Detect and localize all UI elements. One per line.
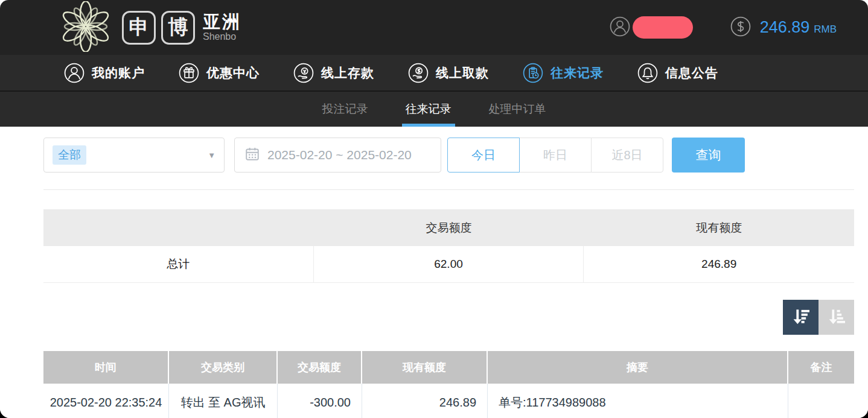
logo-char-bo: 博	[161, 11, 195, 45]
range-button-last8days[interactable]: 近8日	[591, 138, 663, 173]
record-balance: 246.89	[362, 384, 488, 418]
record-time: 2025-02-20 22:35:24	[43, 384, 169, 418]
nav-item-promotions[interactable]: 优惠中心	[179, 63, 260, 83]
gift-icon	[179, 63, 199, 83]
summary-total-row: 总计 62.00 246.89	[43, 246, 854, 283]
calendar-icon	[244, 146, 260, 164]
records-header-summary: 摘要	[488, 351, 788, 384]
nav-item-deposit[interactable]: 线上存款	[293, 63, 374, 83]
user-icon	[64, 63, 85, 83]
record-note	[788, 384, 854, 418]
table-row: 2025-02-20 22:35:24 转出 至 AG视讯 -300.00 24…	[43, 384, 854, 418]
records-header-type: 交易类别	[169, 351, 278, 384]
sort-controls	[43, 300, 854, 335]
summary-header-empty	[43, 209, 314, 246]
records-table: 时间 交易类别 交易额度 现有额度 摘要 备注 2025-02-20 22:35…	[43, 351, 854, 418]
username-redacted-pill[interactable]	[633, 16, 693, 39]
date-range-value: 2025-02-20 ~ 2025-02-20	[267, 148, 412, 162]
main-navigation: 我的账户 优惠中心 线上存款	[0, 55, 868, 92]
nav-item-announcements[interactable]: 信息公告	[637, 63, 718, 83]
balance-amount: 246.89	[760, 18, 810, 37]
tab-pending-orders[interactable]: 处理中订单	[485, 92, 550, 127]
nav-label: 我的账户	[92, 65, 145, 81]
divider	[43, 189, 854, 190]
type-select-value: 全部	[53, 145, 86, 165]
nav-label: 线上存款	[321, 65, 374, 81]
filter-bar: 全部 ▼ 2025-02-20 ~ 2025-02-20	[43, 138, 854, 173]
range-button-today[interactable]: 今日	[447, 138, 520, 173]
records-icon	[523, 63, 543, 83]
logo-region-text: 亚洲	[203, 13, 241, 31]
records-header-time: 时间	[43, 351, 169, 384]
nav-label: 往来记录	[550, 65, 604, 81]
nav-label: 优惠中心	[206, 65, 260, 81]
logo-char-shen: 申	[122, 11, 156, 45]
quick-range-group: 今日 昨日 近8日	[447, 138, 663, 173]
records-header-amount: 交易额度	[278, 351, 362, 384]
app-window: 申 博 亚洲 Shenbo	[0, 0, 868, 418]
nav-label: 线上取款	[436, 65, 489, 81]
record-type: 转出 至 AG视讯	[169, 384, 278, 418]
logo-subtitle: Shenbo	[203, 31, 241, 42]
sort-descending-icon	[790, 305, 812, 330]
records-header-row: 时间 交易类别 交易额度 现有额度 摘要 备注	[43, 351, 854, 384]
sort-descending-button[interactable]	[783, 300, 819, 335]
summary-table: 交易额度 现有额度 总计 62.00 246.89	[43, 209, 854, 283]
records-header-balance: 现有额度	[362, 351, 488, 384]
avatar-icon[interactable]	[610, 16, 630, 39]
tab-transaction-records[interactable]: 往来记录	[402, 92, 455, 127]
nav-item-my-account[interactable]: 我的账户	[64, 63, 145, 83]
withdraw-icon	[408, 63, 429, 83]
sort-ascending-button[interactable]	[819, 300, 854, 335]
dollar-coin-icon	[730, 16, 751, 39]
record-summary: 单号:117734989088	[488, 384, 788, 418]
nav-label: 信息公告	[665, 65, 718, 81]
nav-item-withdraw[interactable]: 线上取款	[408, 63, 489, 83]
records-header-note: 备注	[788, 351, 854, 384]
summary-total-label: 总计	[43, 246, 314, 282]
top-header: 申 博 亚洲 Shenbo	[0, 0, 868, 55]
search-button[interactable]: 查询	[672, 138, 745, 173]
balance-display[interactable]: 246.89 RMB	[730, 16, 837, 39]
nav-item-transaction-records[interactable]: 往来记录	[523, 63, 604, 83]
deposit-icon	[293, 63, 314, 83]
record-tabs: 投注记录 往来记录 处理中订单	[0, 92, 868, 127]
content-area: 全部 ▼ 2025-02-20 ~ 2025-02-20	[0, 127, 868, 418]
summary-total-current-balance: 246.89	[584, 246, 854, 282]
balance-currency: RMB	[814, 20, 837, 36]
range-button-yesterday[interactable]: 昨日	[519, 138, 592, 173]
record-amount: -300.00	[278, 384, 362, 418]
summary-header-transaction-amount: 交易额度	[314, 209, 584, 246]
brand-logo[interactable]: 申 博 亚洲 Shenbo	[60, 1, 241, 54]
summary-header-row: 交易额度 现有额度	[43, 209, 854, 246]
chevron-down-icon: ▼	[208, 151, 215, 160]
tab-betting-records[interactable]: 投注记录	[319, 92, 372, 127]
bell-icon	[637, 63, 658, 83]
summary-total-transaction-amount: 62.00	[314, 246, 584, 282]
summary-header-current-balance: 现有额度	[584, 209, 854, 246]
type-select[interactable]: 全部 ▼	[43, 138, 225, 173]
lotus-flower-icon	[60, 1, 111, 54]
date-range-input[interactable]: 2025-02-20 ~ 2025-02-20	[234, 138, 441, 173]
sort-ascending-icon	[825, 305, 848, 330]
